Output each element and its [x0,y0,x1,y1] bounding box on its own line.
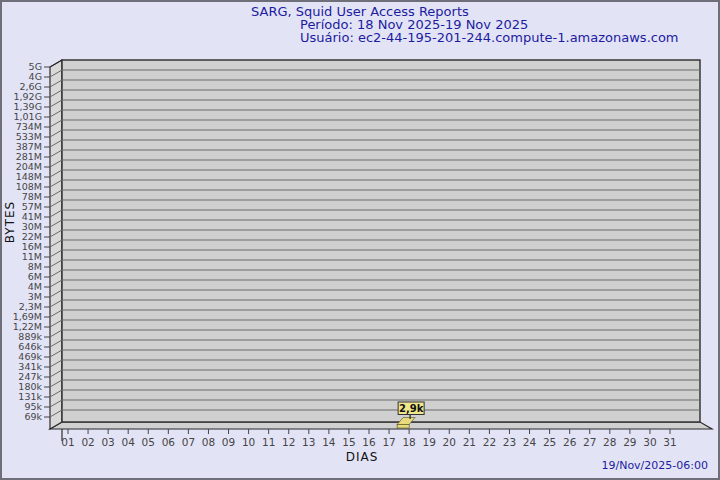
x-tick-label: 03 [101,436,114,448]
x-tick-label: 21 [463,436,476,448]
x-tick-label: 16 [362,436,376,448]
data-bar-front [397,425,409,429]
x-tick-label: 13 [302,436,315,448]
x-tick-label: 29 [623,436,636,448]
x-tick-label: 08 [202,436,215,448]
sarg-report-window: SARG, Squid User Access Reports Período:… [0,0,720,480]
x-tick-label: 01 [61,436,74,448]
x-tick-label: 07 [182,436,195,448]
y-tick-label: 69k [24,411,42,422]
x-tick-label: 26 [563,436,577,448]
floor-3d [50,422,712,429]
x-tick-label: 28 [603,436,616,448]
report-timestamp: 19/Nov/2025-06:00 [601,459,708,472]
x-tick-label: 22 [483,436,496,448]
x-tick-label: 15 [342,436,355,448]
x-tick-label: 18 [402,436,415,448]
y-axis-title: BYTES [3,201,17,243]
chart-user: Usuário: ec2-44-195-201-244.compute-1.am… [300,30,679,45]
x-tick-label: 20 [443,436,456,448]
x-tick-label: 12 [282,436,295,448]
sarg-chart: SARG, Squid User Access Reports Período:… [0,0,720,480]
x-tick-label: 23 [503,436,516,448]
x-tick-label: 25 [543,436,556,448]
x-tick-label: 02 [81,436,94,448]
x-tick-label: 10 [242,436,255,448]
x-axis-title: DIAS [346,450,379,464]
x-tick-label: 11 [262,436,275,448]
x-tick-label: 30 [643,436,656,448]
x-tick-label: 31 [663,436,676,448]
x-tick-label: 19 [423,436,436,448]
x-tick-label: 17 [382,436,395,448]
x-tick-label: 04 [122,436,136,448]
x-tick-label: 27 [583,436,596,448]
data-label-value: 2,9k [399,403,424,414]
x-tick-label: 05 [142,436,155,448]
x-tick-label: 06 [162,436,176,448]
x-tick-label: 09 [222,436,235,448]
back-wall [62,60,700,422]
plot-area: 5G4G2,6G1,92G1,39G1,01G734M533M387M281M2… [13,60,712,448]
x-tick-label: 14 [322,436,336,448]
x-tick-label: 24 [523,436,537,448]
